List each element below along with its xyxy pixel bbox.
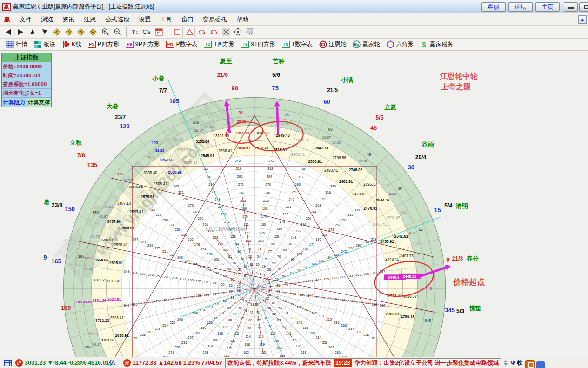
svg-text:192: 192 [323, 296, 329, 300]
tool-板块[interactable]: 板块 [32, 40, 58, 49]
draw-arc-cw-icon[interactable] [197, 27, 207, 37]
svg-text:231: 231 [181, 341, 187, 345]
svg-text:133: 133 [196, 294, 201, 298]
svg-text:344: 344 [202, 167, 208, 172]
mdi-child-button[interactable]: ▲ [578, 15, 587, 24]
draw-triangle-icon[interactable] [185, 27, 195, 37]
svg-text:2470.91: 2470.91 [364, 207, 378, 211]
draw-rect-icon[interactable] [173, 27, 183, 37]
svg-text:224: 224 [218, 205, 223, 209]
app-tray-icon-orange[interactable] [525, 360, 535, 368]
svg-text:154: 154 [200, 247, 206, 251]
svg-text:178: 178 [194, 242, 200, 247]
svg-text:124: 124 [286, 242, 292, 246]
svg-text:127: 127 [244, 231, 250, 235]
nav-back-icon[interactable] [3, 27, 13, 37]
menu-item-0[interactable]: 文件 [15, 13, 36, 26]
svg-text:105: 105 [169, 98, 179, 105]
svg-text:135: 135 [87, 161, 97, 168]
calc-support-button[interactable]: 计算支撑 [27, 98, 52, 107]
diamond-down-icon[interactable] [88, 27, 98, 37]
svg-text:7: 7 [252, 271, 254, 275]
tool-行情[interactable]: 行情 [4, 40, 30, 49]
tool-label: P四方形 [98, 40, 119, 48]
menu-item-8[interactable]: 交易委托 [198, 13, 232, 26]
market-table-icon[interactable] [4, 360, 12, 366]
svg-text:价格起点: 价格起点 [453, 277, 485, 287]
zoom-in-icon[interactable] [100, 27, 110, 37]
zoom-out-icon[interactable] [112, 27, 122, 37]
tool-label: 行情 [16, 40, 27, 48]
nav-down-icon[interactable] [40, 27, 50, 37]
homepage-button[interactable]: 主页 [535, 2, 560, 12]
svg-text:160: 160 [213, 338, 218, 342]
svg-text:3559.66: 3559.66 [94, 258, 108, 262]
nav-up-icon[interactable] [27, 27, 38, 37]
diamond-up-icon[interactable] [76, 27, 86, 37]
tool-P数字表[interactable]: PNP数字表 [164, 40, 200, 49]
svg-text:188: 188 [280, 354, 285, 357]
center-target-icon[interactable] [233, 27, 243, 37]
svg-text:200: 200 [221, 212, 227, 216]
svg-text:2785.91: 2785.91 [386, 312, 400, 316]
menu-item-1[interactable]: 浏览 [36, 13, 58, 26]
tool-T四方形[interactable]: TST四方形 [202, 40, 237, 49]
menu-item-5[interactable]: 设置 [134, 13, 155, 26]
menu-item-9[interactable]: 帮助 [232, 13, 253, 26]
app-tray-icon-blue[interactable] [536, 361, 545, 368]
svg-text:295: 295 [237, 174, 242, 179]
nav-forward-icon[interactable] [15, 27, 26, 37]
tool-9T四方形[interactable]: T99T四方形 [239, 40, 277, 49]
svg-text:2746.02: 2746.02 [349, 168, 363, 172]
tool-江恩轮[interactable]: 江恩轮 [317, 40, 349, 49]
svg-text:241: 241 [347, 274, 353, 278]
svg-text:45: 45 [370, 124, 377, 131]
ticker-scroll-buttons[interactable] [504, 360, 508, 366]
delete-box-icon[interactable] [221, 27, 231, 37]
tool-赢家服务[interactable]: $赢家服务 [418, 40, 455, 49]
draw-arc-ccw-icon[interactable] [209, 27, 219, 37]
tool-label: T数字表 [292, 40, 313, 48]
tool-9P四方形[interactable]: P99P四方形 [124, 40, 162, 49]
calendar-icon[interactable]: 21 [154, 27, 164, 37]
svg-text:216: 216 [332, 297, 337, 301]
menu-item-4[interactable]: 公式选股 [100, 13, 134, 26]
maximize-button[interactable] [579, 2, 588, 12]
service-button[interactable]: 客服 [481, 2, 506, 12]
svg-text:135: 135 [207, 321, 213, 325]
time-updown-icon[interactable]: T↕ [131, 28, 139, 35]
svg-text:155: 155 [192, 262, 198, 266]
minimize-button[interactable] [564, 2, 578, 12]
svg-text:202: 202 [188, 237, 194, 241]
tool-六角形[interactable]: 六角形 [385, 40, 416, 49]
menu-item-6[interactable]: 工具 [155, 13, 177, 26]
svg-text:80: 80 [237, 249, 241, 254]
svg-text:122: 122 [304, 265, 309, 269]
svg-text:254: 254 [162, 323, 168, 328]
news-ticker[interactable]: 盘前走低，特斯拉跌3.44%，蔚来汽车跌 19:23 华力创通：出资2亿设立子公… [225, 358, 501, 368]
tool-赢家轮[interactable]: Big赢家轮 [351, 40, 382, 49]
tool-T数字表[interactable]: TNT数字表 [280, 40, 315, 49]
news-item-2: 华力创通：出资2亿设立子公司 进一步聚焦集成电路领域 [354, 359, 499, 367]
menu-item-3[interactable]: 江恩 [79, 13, 100, 26]
svg-text:316: 316 [325, 190, 331, 194]
tool-label: 江恩轮 [329, 40, 347, 48]
svg-text:立夏: 立夏 [384, 104, 396, 111]
svg-text:194: 194 [326, 255, 332, 260]
gann-wheel-svg[interactable]: 赢家财富网www.yingjia360.comQQ:10039036012345… [0, 51, 588, 357]
calc-resistance-button[interactable]: 计算阻力 [2, 98, 27, 107]
diamond-left-icon[interactable] [52, 27, 62, 37]
cls-button[interactable]: Cls [141, 29, 152, 35]
svg-text:277: 277 [148, 300, 154, 304]
svg-text:18.75: 18.75 [302, 127, 311, 131]
gann-wheel-chart[interactable]: 赢家财富网www.yingjia360.comQQ:10039036012345… [0, 51, 588, 357]
board-icon[interactable] [245, 27, 255, 37]
menu-item-2[interactable]: 资讯 [58, 13, 79, 26]
svg-text:278: 278 [155, 327, 160, 331]
tool-K线[interactable]: K线 [60, 40, 84, 49]
svg-text:17: 17 [247, 301, 250, 305]
diamond-right-icon[interactable] [64, 27, 74, 37]
forum-button[interactable]: 论坛 [508, 2, 533, 12]
tool-P四方形[interactable]: PSP四方形 [86, 40, 121, 49]
menu-item-7[interactable]: 窗口 [177, 13, 198, 26]
